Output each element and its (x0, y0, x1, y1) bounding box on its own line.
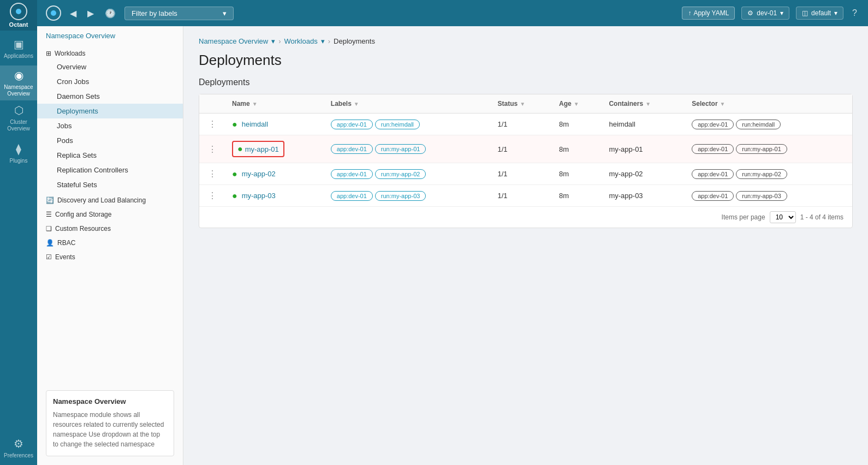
row-age-cell: 8m (552, 163, 602, 185)
selector-sort-icon: ▼ (720, 101, 726, 107)
back-button[interactable]: ◀ (68, 6, 79, 21)
sidebar-item-plugins[interactable]: ⧫ Plugins (0, 135, 37, 170)
deployment-name-link[interactable]: my-app-01 (245, 145, 279, 153)
namespace-overview-icon: ◉ (14, 69, 23, 82)
workloads-grid-icon: ⊞ (46, 50, 51, 57)
status-ok-icon: ● (232, 169, 237, 179)
breadcrumb-workloads[interactable]: Workloads (284, 37, 318, 45)
applications-icon: ▣ (14, 38, 24, 51)
selector-tag: app:dev-01 (692, 120, 734, 129)
row-name-cell: ●heimdall (225, 114, 324, 135)
th-labels[interactable]: Labels ▼ (324, 94, 491, 114)
containers-sort-icon: ▼ (645, 101, 651, 107)
deployment-name-link[interactable]: my-app-02 (242, 170, 276, 178)
cluster-icon: ⚙ (747, 9, 753, 17)
status-sort-icon: ▼ (520, 101, 525, 107)
sidebar-discovery-section[interactable]: 🔄 Discovery and Load Balancing (37, 192, 183, 206)
sidebar-item-cluster-overview[interactable]: ⬡ Cluster Overview (0, 100, 37, 135)
sidebar-item-pods[interactable]: Pods (37, 133, 183, 148)
row-menu-dots[interactable]: ⋮ (199, 185, 225, 207)
three-dots-icon[interactable]: ⋮ (206, 169, 219, 178)
deployment-name-link[interactable]: my-app-03 (242, 192, 276, 200)
namespace-icon: ◫ (802, 9, 808, 17)
status-ok-icon: ● (237, 144, 243, 154)
row-containers-cell: my-app-03 (602, 185, 685, 207)
per-page-select[interactable]: 10 25 50 (770, 211, 796, 223)
filter-placeholder: Filter by labels (132, 9, 177, 17)
sidebar-item-namespace-overview[interactable]: Namespace Overview (37, 26, 183, 45)
section-title: Deployments (199, 78, 853, 87)
th-name[interactable]: Name ▼ (225, 94, 324, 114)
sidebar-item-cron-jobs[interactable]: Cron Jobs (37, 74, 183, 89)
th-status[interactable]: Status ▼ (491, 94, 553, 114)
sidebar-tooltip: Namespace Overview Namespace module show… (46, 390, 174, 456)
namespace-chevron-icon: ▾ (834, 9, 837, 17)
deployment-name-link[interactable]: heimdall (242, 120, 268, 128)
label-tag: app:dev-01 (331, 191, 373, 201)
row-name-cell: ●my-app-02 (225, 163, 324, 185)
custom-resources-icon: ❑ (46, 225, 52, 233)
th-containers[interactable]: Containers ▼ (602, 94, 685, 114)
row-status-cell: 1/1 (491, 135, 553, 163)
cluster-dropdown[interactable]: ⚙ dev-01 ▾ (741, 7, 789, 20)
sidebar-item-namespace-overview[interactable]: ◉ Namespace Overview (0, 65, 37, 100)
plugins-label: Plugins (10, 158, 28, 164)
row-containers-cell: my-app-02 (602, 163, 685, 185)
topbar-logo (46, 5, 61, 21)
items-per-page-label: Items per page (722, 213, 765, 221)
table-row: ⋮●my-app-01app:dev-01run:my-app-011/18mm… (199, 135, 852, 163)
upload-icon: ↑ (688, 9, 691, 17)
label-tag: run:heimdall (375, 120, 420, 129)
icon-bar-bottom: ⚙ Preferences (0, 430, 37, 465)
th-selector[interactable]: Selector ▼ (685, 94, 852, 114)
sidebar-custom-resources-section[interactable]: ❑ Custom Resources (37, 220, 183, 235)
sidebar-rbac-section[interactable]: 👤 RBAC (37, 235, 183, 249)
label-tag: app:dev-01 (331, 169, 373, 179)
sidebar-item-jobs[interactable]: Jobs (37, 118, 183, 133)
sidebar-item-replica-sets[interactable]: Replica Sets (37, 148, 183, 163)
namespace-dropdown[interactable]: ◫ default ▾ (796, 7, 843, 20)
logo-circle (10, 3, 27, 20)
sidebar-events-section[interactable]: ☑ Events (37, 249, 183, 263)
highlighted-name-cell: ●my-app-01 (232, 141, 284, 157)
sidebar-item-deployments[interactable]: Deployments (37, 104, 183, 118)
three-dots-icon[interactable]: ⋮ (206, 191, 219, 200)
status-ok-icon: ● (232, 191, 237, 201)
table-row: ⋮●heimdallapp:dev-01run:heimdall1/18mhei… (199, 114, 852, 135)
label-tag: run:my-app-03 (375, 191, 426, 201)
breadcrumb-sep-1: › (278, 37, 281, 45)
th-menu (199, 94, 225, 114)
filter-labels-input[interactable]: Filter by labels ▾ (124, 7, 234, 20)
sidebar-item-applications[interactable]: ▣ Applications (0, 31, 37, 65)
th-age[interactable]: Age ▼ (552, 94, 602, 114)
sidebar-item-replication-controllers[interactable]: Replication Controllers (37, 163, 183, 177)
row-containers-cell: heimdall (602, 114, 685, 135)
row-containers-cell: my-app-01 (602, 135, 685, 163)
help-button[interactable]: ? (850, 6, 859, 20)
tooltip-text: Namespace module shows all resources rel… (53, 410, 167, 449)
sidebar-config-storage-section[interactable]: ☰ Config and Storage (37, 206, 183, 220)
selector-tag: run:my-app-01 (736, 144, 787, 154)
row-menu-dots[interactable]: ⋮ (199, 163, 225, 185)
row-menu-dots[interactable]: ⋮ (199, 114, 225, 135)
sidebar-item-preferences[interactable]: ⚙ Preferences (0, 430, 37, 465)
items-range-label: 1 - 4 of 4 items (800, 213, 843, 221)
forward-button[interactable]: ▶ (85, 6, 96, 21)
label-tag: run:my-app-02 (375, 169, 426, 179)
selector-tag: run:my-app-03 (736, 191, 787, 201)
three-dots-icon[interactable]: ⋮ (206, 120, 219, 129)
selector-tag: app:dev-01 (692, 169, 734, 179)
apply-yaml-button[interactable]: ↑ Apply YAML (682, 7, 735, 20)
three-dots-icon[interactable]: ⋮ (206, 145, 219, 154)
sidebar-item-daemon-sets[interactable]: Daemon Sets (37, 89, 183, 104)
row-age-cell: 8m (552, 135, 602, 163)
row-labels-cell: app:dev-01run:my-app-01 (324, 135, 491, 163)
breadcrumb-deployments: Deployments (334, 37, 375, 45)
sidebar-item-stateful-sets[interactable]: Stateful Sets (37, 177, 183, 192)
events-icon: ☑ (46, 253, 52, 261)
sidebar-workloads-section[interactable]: ⊞ Workloads (37, 45, 183, 59)
sidebar-item-overview[interactable]: Overview (37, 59, 183, 74)
row-menu-dots[interactable]: ⋮ (199, 135, 225, 163)
breadcrumb-namespace-overview[interactable]: Namespace Overview (199, 37, 268, 45)
history-button[interactable]: 🕐 (103, 6, 118, 21)
